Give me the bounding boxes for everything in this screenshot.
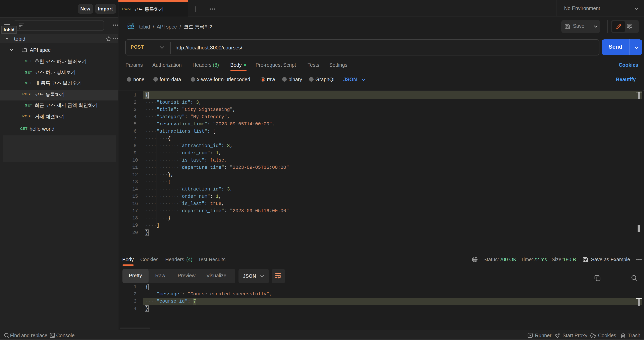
svg-text:HTTP: HTTP: [127, 25, 134, 28]
